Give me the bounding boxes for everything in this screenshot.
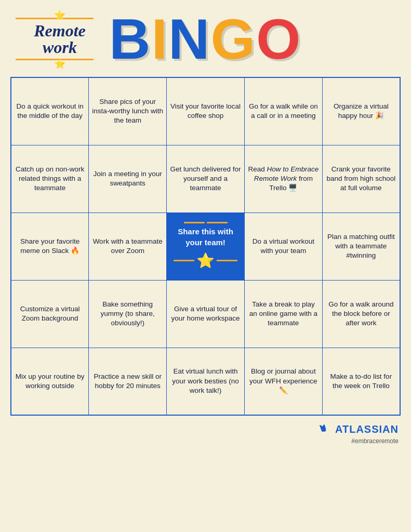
- remote-work-text: Remote work: [16, 22, 104, 56]
- footer: ATLASSIAN #embraceremote: [10, 422, 401, 445]
- center-bottom-line: ⭐: [174, 251, 237, 271]
- cell-r1c0: Catch up on non-work related things with…: [11, 145, 89, 212]
- cell-r0c2: Visit your favorite local coffee shop: [167, 77, 245, 145]
- cell-r3c4: Go for a walk around the block before or…: [322, 280, 400, 348]
- center-line-right: [207, 222, 228, 223]
- star-top-icon: ⭐: [54, 9, 65, 21]
- cell-r0c0: Do a quick workout in the middle of the …: [11, 77, 89, 145]
- cell-r1c4: Crank your favorite band from high schoo…: [322, 145, 400, 212]
- table-row: Customize a virtual Zoom background Bake…: [11, 280, 400, 348]
- cell-r0c4: Organize a virtual happy hour 🎉: [322, 77, 400, 145]
- cell-r4c4: Make a to-do list for the week on Trello: [322, 348, 400, 415]
- center-cell-content: Share this with your team! ⭐: [170, 222, 241, 270]
- bingo-letter-g: G: [210, 10, 255, 68]
- bingo-title: B I N G O: [109, 10, 301, 68]
- cell-r1c3: Read How to Embrace Remote Work from Tre…: [244, 145, 322, 212]
- bingo-letter-n: N: [168, 10, 209, 68]
- bingo-letter-b: B: [109, 10, 150, 68]
- cell-r2c0: Share your favorite meme on Slack 🔥: [11, 212, 89, 280]
- cell-r3c0: Customize a virtual Zoom background: [11, 280, 89, 348]
- cell-r4c1: Practice a new skill or hobby for 20 min…: [89, 348, 167, 415]
- center-text: Share this with your team!: [170, 227, 241, 248]
- bingo-letter-i: I: [151, 10, 167, 68]
- atlassian-icon: [316, 422, 331, 436]
- atlassian-name: ATLASSIAN: [335, 423, 399, 435]
- cell-r4c0: Mix up your routine by working outside: [11, 348, 89, 415]
- header: ⭐ Remote work ⭐ B I N G O: [10, 10, 401, 68]
- table-row: Share your favorite meme on Slack 🔥 Work…: [11, 212, 400, 280]
- table-row: Mix up your routine by working outside P…: [11, 348, 400, 415]
- cell-r3c3: Take a break to play an online game with…: [244, 280, 322, 348]
- star-bottom-icon: ⭐: [54, 58, 65, 70]
- table-row: Do a quick workout in the middle of the …: [11, 77, 400, 145]
- hashtag-text: #embraceremote: [351, 437, 399, 445]
- bingo-grid: Do a quick workout in the middle of the …: [10, 77, 401, 416]
- atlassian-logo: ATLASSIAN: [316, 422, 399, 436]
- cell-r2c3: Do a virtual workout with your team: [244, 212, 322, 280]
- cell-r1c2: Get lunch delivered for yourself and a t…: [167, 145, 245, 212]
- table-row: Catch up on non-work related things with…: [11, 145, 400, 212]
- cell-r4c3: Blog or journal about your WFH experienc…: [244, 348, 322, 415]
- cell-r1c1: Join a meeting in your sweatpants: [89, 145, 167, 212]
- center-line-right2: [217, 260, 237, 261]
- cell-r3c1: Bake something yummy (to share, obviousl…: [89, 280, 167, 348]
- cell-r0c1: Share pics of your insta-worthy lunch wi…: [89, 77, 167, 145]
- center-star-icon: ⭐: [196, 251, 215, 271]
- cell-r2c1: Work with a teammate over Zoom: [89, 212, 167, 280]
- cell-r2c4: Plan a matching outfit with a teammate #…: [322, 212, 400, 280]
- bingo-letter-o: O: [256, 10, 301, 68]
- center-line-left: [184, 222, 205, 223]
- remote-work-badge: ⭐ Remote work ⭐: [16, 18, 104, 60]
- remote-work-decoration: ⭐ Remote work ⭐: [16, 18, 104, 60]
- center-cell: Share this with your team! ⭐: [167, 212, 245, 280]
- cell-r3c2: Give a virtual tour of your home workspa…: [167, 280, 245, 348]
- center-line-left2: [174, 260, 194, 261]
- cell-r4c2: Eat virtual lunch with your work besties…: [167, 348, 245, 415]
- center-top-line: [184, 222, 228, 223]
- cell-r0c3: Go for a walk while on a call or in a me…: [244, 77, 322, 145]
